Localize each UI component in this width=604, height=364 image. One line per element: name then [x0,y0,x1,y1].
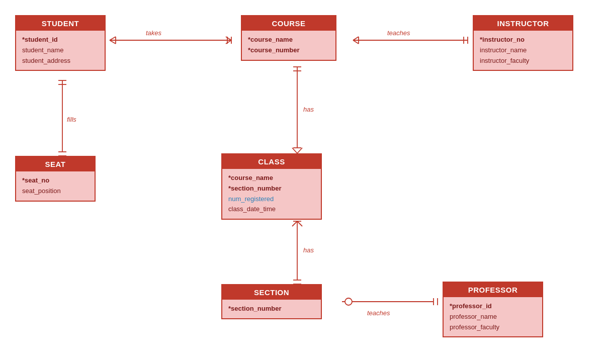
svg-line-32 [292,221,297,226]
course-entity: COURSE *course_name *course_number [241,15,336,61]
professor-field-3: professor_faculty [450,322,536,333]
teaches-professor-label: teaches [367,309,390,317]
professor-field-1: *professor_id [450,301,536,312]
svg-point-38 [345,298,352,305]
svg-line-11 [353,37,359,40]
instructor-field-3: instructor_faculty [480,56,566,66]
professor-field-2: professor_name [450,312,536,322]
course-body: *course_name *course_number [242,31,335,60]
teaches-instructor-label: teaches [387,29,410,37]
svg-line-33 [297,221,302,226]
has-section-label: has [303,246,314,254]
course-field-2: *course_number [248,45,329,56]
professor-header: PROFESSOR [444,283,542,297]
svg-line-12 [353,40,359,44]
student-field-1: *student_id [22,35,99,45]
diagram: STUDENT *student_id student_name student… [0,0,604,364]
professor-body: *professor_id professor_name professor_f… [444,297,542,336]
class-header: CLASS [222,154,321,169]
professor-entity: PROFESSOR *professor_id professor_name p… [443,282,543,337]
student-header: STUDENT [16,16,105,31]
class-body: *course_name *section_number num_registe… [222,169,321,219]
takes-label: takes [146,29,161,37]
section-field-1: *section_number [228,304,315,314]
seat-field-1: *seat_no [22,175,89,186]
instructor-field-1: *instructor_no [480,35,566,45]
student-entity: STUDENT *student_id student_name student… [15,15,106,71]
svg-line-8 [226,40,231,44]
svg-line-27 [297,148,302,153]
svg-line-1 [110,37,116,40]
seat-field-2: seat_position [22,186,89,197]
student-field-3: student_address [22,56,99,66]
class-field-2: *section_number [228,184,315,194]
course-field-1: *course_name [248,35,329,45]
class-field-3: num_registered [228,194,315,205]
seat-body: *seat_no seat_position [16,171,95,201]
svg-line-26 [292,148,297,153]
class-field-4: class_date_time [228,204,315,215]
section-header: SECTION [222,285,321,300]
svg-line-2 [110,40,116,44]
class-entity: CLASS *course_name *section_number num_r… [221,153,322,220]
section-entity: SECTION *section_number [221,284,322,319]
student-body: *student_id student_name student_address [16,31,105,70]
instructor-body: *instructor_no instructor_name instructo… [474,31,572,70]
seat-entity: SEAT *seat_no seat_position [15,156,96,202]
student-field-2: student_name [22,45,99,56]
instructor-header: INSTRUCTOR [474,16,572,31]
instructor-entity: INSTRUCTOR *instructor_no instructor_nam… [473,15,573,71]
has-class-label: has [303,106,314,113]
instructor-field-2: instructor_name [480,45,566,56]
section-body: *section_number [222,300,321,318]
fills-label: fills [67,116,76,123]
class-field-1: *course_name [228,173,315,184]
course-header: COURSE [242,16,335,31]
svg-line-7 [226,37,231,40]
seat-header: SEAT [16,157,95,171]
